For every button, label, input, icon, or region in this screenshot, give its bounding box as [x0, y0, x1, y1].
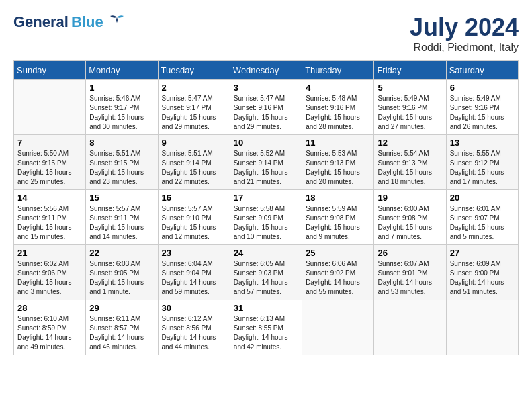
- day-info: Sunrise: 5:51 AM Sunset: 9:15 PM Dayligh…: [89, 149, 154, 187]
- calendar-cell: 11Sunrise: 5:53 AM Sunset: 9:13 PM Dayli…: [302, 135, 374, 190]
- day-number: 16: [162, 193, 226, 203]
- day-info: Sunrise: 6:13 AM Sunset: 8:55 PM Dayligh…: [234, 314, 298, 352]
- calendar-cell: [302, 300, 374, 355]
- day-info: Sunrise: 6:11 AM Sunset: 8:57 PM Dayligh…: [89, 314, 154, 352]
- calendar-cell: 12Sunrise: 5:54 AM Sunset: 9:13 PM Dayli…: [374, 135, 446, 190]
- day-number: 11: [306, 138, 370, 148]
- header-friday: Friday: [374, 61, 446, 80]
- calendar-cell: 5Sunrise: 5:49 AM Sunset: 9:16 PM Daylig…: [374, 80, 446, 135]
- day-number: 10: [234, 138, 298, 148]
- calendar-cell: 2Sunrise: 5:47 AM Sunset: 9:17 PM Daylig…: [158, 80, 230, 135]
- day-info: Sunrise: 5:56 AM Sunset: 9:11 PM Dayligh…: [17, 204, 82, 242]
- day-number: 5: [378, 83, 442, 93]
- logo-bird-icon: [107, 15, 126, 27]
- day-number: 1: [89, 83, 154, 93]
- day-info: Sunrise: 6:00 AM Sunset: 9:08 PM Dayligh…: [378, 204, 442, 242]
- calendar-cell: 23Sunrise: 6:04 AM Sunset: 9:04 PM Dayli…: [158, 245, 230, 300]
- calendar-cell: 6Sunrise: 5:49 AM Sunset: 9:16 PM Daylig…: [446, 80, 518, 135]
- day-info: Sunrise: 6:03 AM Sunset: 9:05 PM Dayligh…: [89, 259, 154, 297]
- day-number: 2: [162, 83, 226, 93]
- day-info: Sunrise: 6:12 AM Sunset: 8:56 PM Dayligh…: [162, 314, 226, 352]
- day-number: 21: [17, 248, 82, 258]
- header-thursday: Thursday: [302, 61, 374, 80]
- day-info: Sunrise: 5:47 AM Sunset: 9:17 PM Dayligh…: [162, 94, 226, 132]
- day-info: Sunrise: 5:57 AM Sunset: 9:11 PM Dayligh…: [89, 204, 154, 242]
- logo-blue: Blue: [71, 13, 103, 31]
- calendar-week-row: 7Sunrise: 5:50 AM Sunset: 9:15 PM Daylig…: [14, 135, 519, 190]
- day-info: Sunrise: 5:55 AM Sunset: 9:12 PM Dayligh…: [450, 149, 515, 187]
- header-sunday: Sunday: [14, 61, 86, 80]
- day-number: 26: [378, 248, 442, 258]
- day-info: Sunrise: 5:54 AM Sunset: 9:13 PM Dayligh…: [378, 149, 442, 187]
- location: Roddi, Piedmont, Italy: [410, 42, 519, 54]
- day-info: Sunrise: 5:48 AM Sunset: 9:16 PM Dayligh…: [306, 94, 370, 132]
- day-info: Sunrise: 5:59 AM Sunset: 9:08 PM Dayligh…: [306, 204, 370, 242]
- page-header: General Blue July 2024 Roddi, Piedmont, …: [13, 13, 519, 54]
- calendar-week-row: 21Sunrise: 6:02 AM Sunset: 9:06 PM Dayli…: [14, 245, 519, 300]
- day-number: 25: [306, 248, 370, 258]
- logo: General Blue: [13, 13, 126, 31]
- calendar-cell: 8Sunrise: 5:51 AM Sunset: 9:15 PM Daylig…: [86, 135, 158, 190]
- day-info: Sunrise: 6:09 AM Sunset: 9:00 PM Dayligh…: [450, 259, 515, 297]
- calendar-cell: 29Sunrise: 6:11 AM Sunset: 8:57 PM Dayli…: [86, 300, 158, 355]
- calendar-cell: 3Sunrise: 5:47 AM Sunset: 9:16 PM Daylig…: [230, 80, 302, 135]
- header-tuesday: Tuesday: [158, 61, 230, 80]
- day-info: Sunrise: 6:06 AM Sunset: 9:02 PM Dayligh…: [306, 259, 370, 297]
- calendar-cell: 15Sunrise: 5:57 AM Sunset: 9:11 PM Dayli…: [86, 190, 158, 245]
- day-number: 3: [234, 83, 298, 93]
- calendar-cell: 21Sunrise: 6:02 AM Sunset: 9:06 PM Dayli…: [14, 245, 86, 300]
- calendar-cell: 26Sunrise: 6:07 AM Sunset: 9:01 PM Dayli…: [374, 245, 446, 300]
- day-number: 17: [234, 193, 298, 203]
- calendar-cell: [374, 300, 446, 355]
- calendar-cell: 10Sunrise: 5:52 AM Sunset: 9:14 PM Dayli…: [230, 135, 302, 190]
- calendar-cell: 4Sunrise: 5:48 AM Sunset: 9:16 PM Daylig…: [302, 80, 374, 135]
- day-info: Sunrise: 5:49 AM Sunset: 9:16 PM Dayligh…: [378, 94, 442, 132]
- calendar-cell: 25Sunrise: 6:06 AM Sunset: 9:02 PM Dayli…: [302, 245, 374, 300]
- calendar-header-row: SundayMondayTuesdayWednesdayThursdayFrid…: [14, 61, 519, 80]
- calendar-cell: 27Sunrise: 6:09 AM Sunset: 9:00 PM Dayli…: [446, 245, 518, 300]
- day-number: 14: [17, 193, 82, 203]
- day-number: 29: [89, 303, 154, 313]
- calendar-table: SundayMondayTuesdayWednesdayThursdayFrid…: [13, 60, 519, 355]
- calendar-week-row: 28Sunrise: 6:10 AM Sunset: 8:59 PM Dayli…: [14, 300, 519, 355]
- calendar-cell: 31Sunrise: 6:13 AM Sunset: 8:55 PM Dayli…: [230, 300, 302, 355]
- calendar-week-row: 1Sunrise: 5:46 AM Sunset: 9:17 PM Daylig…: [14, 80, 519, 135]
- day-info: Sunrise: 6:05 AM Sunset: 9:03 PM Dayligh…: [234, 259, 298, 297]
- day-number: 9: [162, 138, 226, 148]
- day-number: 20: [450, 193, 515, 203]
- calendar-cell: 9Sunrise: 5:51 AM Sunset: 9:14 PM Daylig…: [158, 135, 230, 190]
- day-number: 12: [378, 138, 442, 148]
- calendar-cell: 17Sunrise: 5:58 AM Sunset: 9:09 PM Dayli…: [230, 190, 302, 245]
- calendar-cell: 20Sunrise: 6:01 AM Sunset: 9:07 PM Dayli…: [446, 190, 518, 245]
- day-info: Sunrise: 5:57 AM Sunset: 9:10 PM Dayligh…: [162, 204, 226, 242]
- calendar-cell: 22Sunrise: 6:03 AM Sunset: 9:05 PM Dayli…: [86, 245, 158, 300]
- header-monday: Monday: [86, 61, 158, 80]
- day-info: Sunrise: 5:52 AM Sunset: 9:14 PM Dayligh…: [234, 149, 298, 187]
- day-number: 7: [17, 138, 82, 148]
- calendar-cell: 16Sunrise: 5:57 AM Sunset: 9:10 PM Dayli…: [158, 190, 230, 245]
- day-info: Sunrise: 6:02 AM Sunset: 9:06 PM Dayligh…: [17, 259, 82, 297]
- day-number: 28: [17, 303, 82, 313]
- day-number: 15: [89, 193, 154, 203]
- day-number: 31: [234, 303, 298, 313]
- day-number: 24: [234, 248, 298, 258]
- day-info: Sunrise: 5:50 AM Sunset: 9:15 PM Dayligh…: [17, 149, 82, 187]
- calendar-week-row: 14Sunrise: 5:56 AM Sunset: 9:11 PM Dayli…: [14, 190, 519, 245]
- day-number: 4: [306, 83, 370, 93]
- calendar-cell: 13Sunrise: 5:55 AM Sunset: 9:12 PM Dayli…: [446, 135, 518, 190]
- calendar-cell: 30Sunrise: 6:12 AM Sunset: 8:56 PM Dayli…: [158, 300, 230, 355]
- day-number: 8: [89, 138, 154, 148]
- day-info: Sunrise: 5:51 AM Sunset: 9:14 PM Dayligh…: [162, 149, 226, 187]
- calendar-cell: [14, 80, 86, 135]
- day-info: Sunrise: 6:10 AM Sunset: 8:59 PM Dayligh…: [17, 314, 82, 352]
- calendar-cell: [446, 300, 518, 355]
- day-number: 23: [162, 248, 226, 258]
- day-number: 19: [378, 193, 442, 203]
- day-info: Sunrise: 5:46 AM Sunset: 9:17 PM Dayligh…: [89, 94, 154, 132]
- day-info: Sunrise: 5:58 AM Sunset: 9:09 PM Dayligh…: [234, 204, 298, 242]
- header-saturday: Saturday: [446, 61, 518, 80]
- title-block: July 2024 Roddi, Piedmont, Italy: [410, 13, 519, 54]
- logo-general: General: [13, 13, 69, 31]
- calendar-cell: 19Sunrise: 6:00 AM Sunset: 9:08 PM Dayli…: [374, 190, 446, 245]
- day-number: 13: [450, 138, 515, 148]
